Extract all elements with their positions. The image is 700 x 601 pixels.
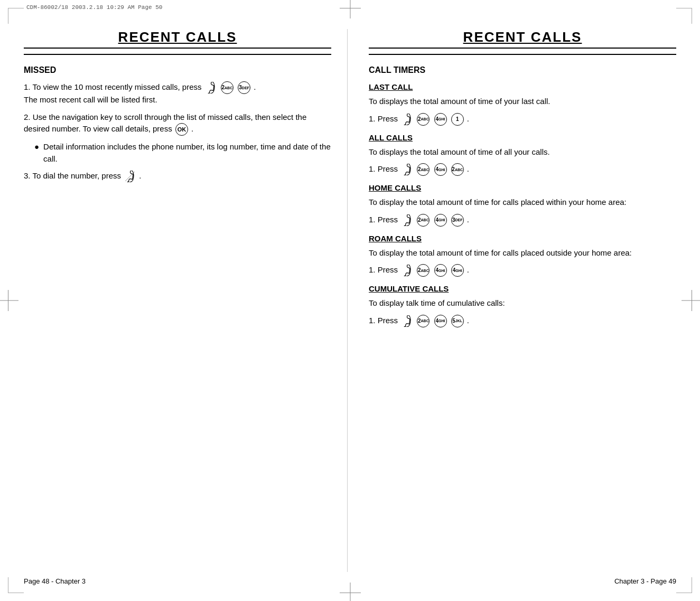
item-period: . — [254, 82, 256, 91]
key-4ghi2-rc: 4GHI — [451, 264, 464, 277]
bullet-item: ● Detail information includes the phone … — [34, 141, 331, 165]
key-4ghi-cc: 4GHI — [434, 315, 447, 327]
corner-mark-tr — [676, 8, 692, 24]
home-calls-desc: To display the total amount of time for … — [369, 196, 676, 209]
key-2abc2-ac: 2ABC — [451, 163, 464, 176]
key-4ghi-hc: 4GHI — [434, 214, 447, 227]
right-title: RECENT CALLS — [369, 29, 676, 49]
key-2abc-ac: 2ABC — [417, 163, 430, 176]
key-2abc-cc: 2ABC — [417, 315, 430, 327]
footer-right: Chapter 3 - Page 49 — [614, 577, 676, 585]
roam-calls-desc: To display the total amount of time for … — [369, 247, 676, 259]
cumulative-calls-desc: To display talk time of cumulative calls… — [369, 297, 676, 309]
menu-icon-ac — [401, 164, 413, 175]
right-column: RECENT CALLS CALL TIMERS LAST CALL To di… — [348, 29, 676, 572]
cumulative-calls-heading: CUMULATIVE CALLS — [369, 284, 676, 293]
key-2abc: 2ABC — [221, 81, 234, 94]
last-call-heading: LAST CALL — [369, 82, 676, 91]
item-number-3: 3. To dial the number, press — [24, 171, 123, 180]
home-calls-heading: HOME CALLS — [369, 183, 676, 192]
last-call-desc: To displays the total amount of time of … — [369, 96, 676, 108]
key-4ghi-lc: 4GHI — [434, 113, 447, 126]
roam-calls-instruction: 1. Press 2ABC 4GHI 4GHI . — [369, 264, 676, 277]
main-container: RECENT CALLS MISSED 1. To view the 10 mo… — [24, 29, 676, 572]
key-3def-hc: 3DEF — [451, 214, 464, 227]
call-timers-heading: CALL TIMERS — [369, 65, 676, 75]
key-5jkl-cc: 5JKL — [451, 315, 464, 327]
key-4ghi-ac: 4GHI — [434, 163, 447, 176]
item-period2: . — [191, 124, 193, 133]
menu-icon-lc — [401, 114, 413, 125]
key-2abc-rc: 2ABC — [417, 264, 430, 277]
key-2abc-lc: 2ABC — [417, 113, 430, 126]
key-2abc-hc: 2ABC — [417, 214, 430, 227]
item-continuation: The most recent call will be listed firs… — [24, 95, 157, 104]
left-column: RECENT CALLS MISSED 1. To view the 10 mo… — [24, 29, 348, 572]
item-space: . — [139, 171, 141, 180]
right-divider — [369, 54, 676, 55]
all-calls-instruction: 1. Press 2ABC 4GHI 2ABC . — [369, 163, 676, 176]
cumulative-calls-instruction: 1. Press 2ABC 4GHI 5JKL . — [369, 315, 676, 327]
corner-mark-tl — [8, 8, 24, 24]
page-header: CDM-86002/18 2003.2.18 10:29 AM Page 50 — [26, 4, 162, 11]
footer-left: Page 48 - Chapter 3 — [24, 577, 86, 585]
key-1-lc: 1 — [451, 113, 464, 126]
list-item: 1. To view the 10 most recently missed c… — [24, 81, 331, 106]
missed-heading: MISSED — [24, 65, 331, 75]
send-icon — [124, 171, 136, 182]
menu-icon — [205, 82, 217, 93]
roam-calls-heading: ROAM CALLS — [369, 234, 676, 243]
home-calls-instruction: 1. Press 2ABC 4GHI 3DEF . — [369, 214, 676, 227]
left-divider — [24, 54, 331, 55]
item-number: 1. To view the 10 most recently missed c… — [24, 82, 202, 91]
list-item: 3. To dial the number, press . — [24, 170, 331, 182]
menu-icon-hc — [401, 214, 413, 226]
item-number: 2. Use the navigation key to scroll thro… — [24, 112, 306, 134]
bullet-text: Detail information includes the phone nu… — [43, 141, 331, 165]
last-call-instruction: 1. Press 2ABC 4GHI 1 . — [369, 113, 676, 126]
menu-icon-cc — [401, 315, 413, 327]
corner-mark-br — [676, 577, 692, 593]
corner-mark-bl — [8, 577, 24, 593]
menu-icon-rc — [401, 265, 413, 276]
all-calls-heading: ALL CALLS — [369, 133, 676, 142]
key-3def: 3DEF — [238, 81, 250, 94]
left-title: RECENT CALLS — [24, 29, 331, 49]
ok-icon: OK — [175, 123, 188, 136]
bullet-dot: ● — [34, 141, 39, 165]
key-4ghi-rc: 4GHI — [434, 264, 447, 277]
list-item: 2. Use the navigation key to scroll thro… — [24, 111, 331, 136]
all-calls-desc: To displays the total amount of time of … — [369, 146, 676, 158]
